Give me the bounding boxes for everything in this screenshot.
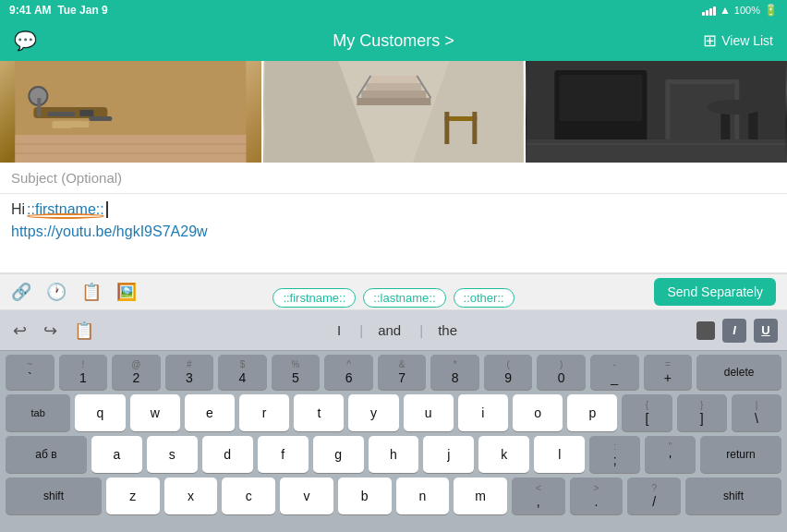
tab-key[interactable]: tab — [6, 394, 70, 431]
svg-rect-8 — [70, 127, 126, 133]
autocomplete-suggestions: I and the — [98, 319, 696, 342]
svg-rect-4 — [47, 112, 75, 116]
zxcv-row: shift z x c v b n m <, >. ?/ shift — [6, 478, 781, 514]
key-u[interactable]: u — [404, 394, 454, 431]
return-key[interactable]: return — [700, 436, 781, 473]
svg-rect-9 — [15, 135, 246, 163]
key-9[interactable]: (9 — [484, 355, 533, 390]
redo-button[interactable]: ↪ — [40, 317, 61, 345]
key-s[interactable]: s — [147, 436, 198, 473]
key-w[interactable]: w — [130, 394, 180, 431]
key-1[interactable]: !1 — [59, 355, 108, 390]
status-bar: 9:41 AM Tue Jan 9 ▲ 100% 🔋 — [0, 0, 787, 20]
mic-button[interactable] — [696, 321, 715, 340]
key-e[interactable]: e — [185, 394, 235, 431]
key-l[interactable]: l — [534, 436, 585, 473]
chat-icon[interactable]: 💬 — [14, 30, 37, 52]
key-8[interactable]: *8 — [430, 355, 479, 390]
text-cursor — [106, 201, 108, 218]
key-tilde[interactable]: ~` — [6, 355, 54, 390]
autocomplete-bar: ↩ ↪ 📋 I and the I U — [0, 310, 787, 351]
image-panel-dark — [524, 61, 787, 163]
key-h[interactable]: h — [369, 436, 419, 473]
qwerty-row: tab q w e r t y u i o p {[ }] |\ — [6, 394, 781, 431]
template-tag-lastname[interactable]: ::lastname:: — [363, 288, 445, 308]
key-t[interactable]: t — [294, 394, 344, 431]
key-4[interactable]: $4 — [218, 355, 267, 390]
left-shift-key[interactable]: shift — [6, 478, 102, 514]
key-5[interactable]: %5 — [272, 355, 321, 390]
key-y[interactable]: y — [348, 394, 398, 431]
italic-button[interactable]: I — [722, 319, 746, 343]
svg-rect-22 — [444, 116, 477, 121]
svg-rect-3 — [37, 98, 41, 116]
underline-button[interactable]: U — [754, 319, 778, 343]
svg-rect-16 — [357, 98, 430, 105]
key-7[interactable]: &7 — [378, 355, 427, 390]
autocomplete-word-and[interactable]: and — [359, 319, 419, 342]
key-v[interactable]: v — [280, 478, 333, 514]
key-minus[interactable]: -_ — [590, 355, 639, 390]
key-f[interactable]: f — [258, 436, 309, 473]
template-tag-other[interactable]: ::other:: — [454, 288, 515, 308]
key-comma[interactable]: <, — [512, 478, 565, 514]
key-0[interactable]: )0 — [537, 355, 586, 390]
key-p[interactable]: p — [567, 394, 617, 431]
keyboard-area: ↩ ↪ 📋 I and the I U ~` !1 @2 — [0, 310, 787, 532]
key-q[interactable]: q — [75, 394, 125, 431]
key-backslash[interactable]: |\ — [732, 394, 781, 431]
template-tag-firstname[interactable]: ::firstname:: — [272, 288, 356, 308]
key-o[interactable]: o — [513, 394, 563, 431]
key-m[interactable]: m — [454, 478, 507, 514]
key-i[interactable]: i — [458, 394, 508, 431]
firstname-tag[interactable]: ::firstname:: — [27, 201, 104, 218]
key-equals[interactable]: =+ — [644, 355, 693, 390]
message-area: Subject (Optional) Hi ::firstname:: http… — [0, 163, 787, 273]
delete-key[interactable]: delete — [696, 355, 781, 390]
key-n[interactable]: n — [396, 478, 450, 514]
key-3[interactable]: #3 — [165, 355, 214, 390]
key-j[interactable]: j — [423, 436, 474, 473]
message-body[interactable]: Hi ::firstname:: https://youtu.be/hgkI9S… — [0, 194, 787, 248]
wifi-icon: ▲ — [720, 4, 731, 17]
nav-title: My Customers > — [333, 31, 454, 51]
key-z[interactable]: z — [106, 478, 160, 514]
key-period[interactable]: >. — [570, 478, 624, 514]
nav-bar: 💬 My Customers > ⊞ View List — [0, 20, 787, 61]
signal-icon — [702, 5, 716, 16]
key-d[interactable]: d — [202, 436, 253, 473]
undo-button[interactable]: ↩ — [9, 317, 30, 345]
key-6[interactable]: ^6 — [324, 355, 373, 390]
viewlist-label[interactable]: View List — [721, 33, 773, 48]
key-x[interactable]: x — [164, 478, 218, 514]
key-2[interactable]: @2 — [112, 355, 161, 390]
key-close-bracket[interactable]: }] — [677, 394, 727, 431]
key-semicolon[interactable]: :; — [589, 436, 640, 473]
key-c[interactable]: c — [222, 478, 275, 514]
abv-key[interactable]: аб в — [6, 436, 87, 473]
svg-rect-25 — [444, 112, 449, 121]
key-k[interactable]: k — [478, 436, 529, 473]
status-time: 9:41 AM Tue Jan 9 — [9, 4, 108, 17]
right-shift-key[interactable]: shift — [685, 478, 781, 514]
svg-rect-30 — [560, 75, 643, 121]
key-slash[interactable]: ?/ — [627, 478, 681, 514]
key-quote[interactable]: "' — [645, 436, 696, 473]
autocomplete-left: ↩ ↪ 📋 — [9, 317, 98, 345]
key-r[interactable]: r — [239, 394, 289, 431]
subject-line[interactable]: Subject (Optional) — [0, 163, 787, 194]
svg-rect-17 — [361, 91, 426, 98]
key-b[interactable]: b — [338, 478, 392, 514]
nav-right[interactable]: ⊞ View List — [703, 30, 773, 51]
keys-container: ~` !1 @2 #3 $4 %5 ^6 &7 — [0, 351, 787, 523]
svg-rect-24 — [472, 121, 477, 144]
template-tags: ::firstname:: ::lastname:: ::other:: — [0, 284, 787, 310]
key-a[interactable]: a — [91, 436, 142, 473]
svg-rect-6 — [89, 116, 112, 121]
paste-button[interactable]: 📋 — [70, 317, 98, 345]
autocomplete-word-the[interactable]: the — [419, 319, 476, 342]
autocomplete-word-I[interactable]: I — [319, 319, 359, 342]
svg-rect-36 — [527, 139, 786, 163]
key-open-bracket[interactable]: {[ — [622, 394, 672, 431]
key-g[interactable]: g — [313, 436, 364, 473]
